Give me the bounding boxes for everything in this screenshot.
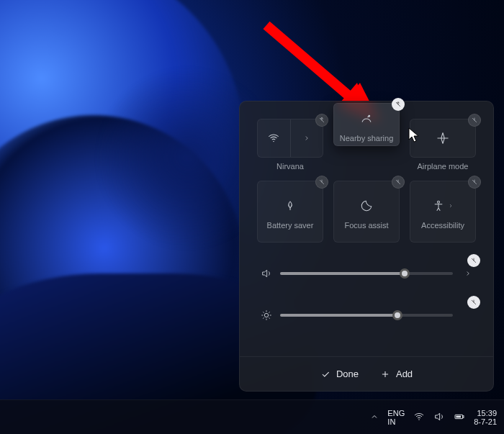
brightness-track[interactable]	[280, 314, 453, 317]
panel-actions: Done Add	[240, 356, 493, 391]
taskbar-clock[interactable]: 15:39 8-7-21	[474, 409, 497, 426]
system-tray: ENG IN 15:39 8-7-21	[370, 409, 497, 426]
svg-point-5	[438, 201, 440, 203]
done-label: Done	[336, 369, 359, 379]
lang-bottom: IN	[387, 417, 405, 426]
tile-nearby-label: Nearby sharing	[340, 134, 394, 143]
add-label: Add	[396, 369, 413, 379]
tray-volume-icon[interactable]	[433, 411, 445, 424]
svg-point-6	[264, 313, 268, 317]
unpin-button[interactable]	[468, 114, 481, 127]
svg-point-3	[274, 141, 275, 143]
volume-track[interactable]	[280, 272, 453, 275]
tile-accessibility-label: Accessibility	[421, 221, 464, 230]
sliders-area	[257, 263, 476, 326]
unpin-button[interactable]	[392, 98, 405, 111]
focus-assist-icon	[360, 194, 373, 218]
unpin-button[interactable]	[315, 114, 328, 127]
tray-wifi-icon[interactable]	[413, 411, 425, 424]
unpin-button[interactable]	[468, 176, 481, 189]
tile-wifi[interactable]	[257, 119, 323, 158]
lang-top: ENG	[387, 409, 405, 417]
battery-saver-icon	[284, 194, 297, 218]
tile-focus-label: Focus assist	[344, 221, 388, 230]
tray-battery-icon[interactable]	[454, 411, 465, 424]
quick-settings-panel: Nirvana Nearby sharing	[239, 101, 494, 392]
volume-icon	[257, 268, 276, 279]
tile-wifi-label: Nirvana	[276, 162, 304, 171]
tile-accessibility[interactable]: Accessibility	[410, 181, 476, 243]
taskbar: ENG IN 15:39 8-7-21	[0, 399, 504, 434]
svg-rect-11	[456, 415, 462, 417]
clock-date: 8-7-21	[474, 417, 497, 426]
clock-time: 15:39	[474, 409, 497, 417]
tile-battery-saver[interactable]: Battery saver	[257, 181, 323, 243]
unpin-button[interactable]	[315, 176, 328, 189]
volume-thumb[interactable]	[400, 268, 410, 279]
tile-focus-assist[interactable]: Focus assist	[333, 181, 400, 243]
brightness-thumb[interactable]	[392, 310, 402, 320]
tile-battery-label: Battery saver	[267, 221, 314, 230]
tile-wifi-wrapper: Nirvana	[257, 119, 323, 171]
brightness-icon	[257, 309, 276, 321]
add-button[interactable]: Add	[380, 369, 413, 379]
tile-wifi-toggle[interactable]	[258, 119, 290, 157]
done-button[interactable]: Done	[320, 369, 359, 379]
tile-slot-nearby: Nearby sharing	[333, 119, 400, 171]
svg-rect-10	[463, 415, 464, 417]
unpin-button[interactable]	[467, 296, 480, 309]
brightness-slider[interactable]	[257, 304, 476, 326]
tray-overflow-button[interactable]	[370, 412, 379, 422]
unpin-button[interactable]	[467, 254, 480, 267]
tile-airplane-label: Airplane mode	[418, 162, 469, 171]
volume-expand[interactable]	[460, 270, 476, 277]
accessibility-icon	[432, 194, 454, 218]
volume-slider[interactable]	[257, 263, 476, 284]
tile-nearby-sharing[interactable]: Nearby sharing	[333, 103, 400, 146]
unpin-button[interactable]	[392, 176, 405, 189]
airplane-icon	[436, 126, 449, 150]
wifi-icon	[267, 126, 280, 150]
tile-airplane-wrapper: Airplane mode	[410, 119, 476, 171]
language-indicator[interactable]: ENG IN	[387, 409, 405, 426]
tiles-grid: Nirvana Nearby sharing	[257, 119, 476, 243]
nearby-sharing-icon	[360, 107, 373, 131]
tile-airplane-mode[interactable]	[410, 119, 476, 158]
svg-point-8	[419, 419, 420, 420]
